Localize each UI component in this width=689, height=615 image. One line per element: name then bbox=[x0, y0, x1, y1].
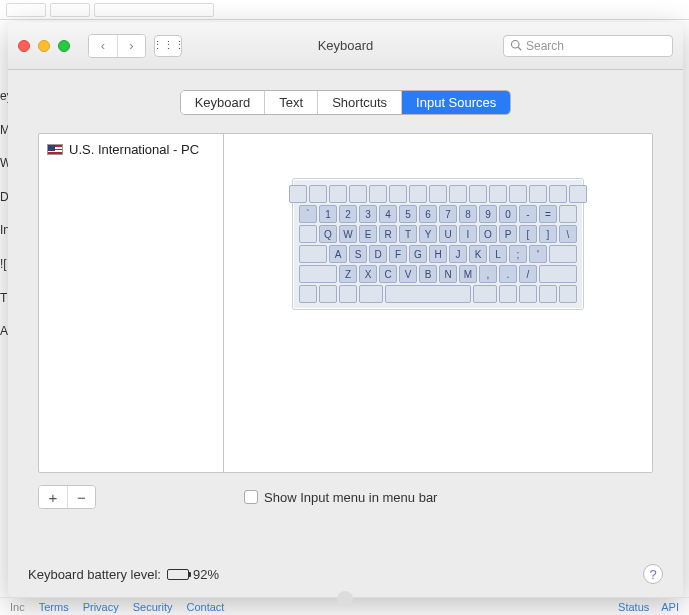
remove-source-button[interactable]: − bbox=[67, 486, 95, 508]
show-input-menu-checkbox[interactable]: Show Input menu in menu bar bbox=[244, 490, 437, 505]
checkbox-icon bbox=[244, 490, 258, 504]
forward-button[interactable]: › bbox=[117, 35, 145, 57]
chevron-left-icon: ‹ bbox=[101, 38, 105, 53]
source-label: U.S. International - PC bbox=[69, 142, 199, 157]
keyboard-diagram: `1234567890-= QWERTYUIOP[]\ ASDFGHJKL;' … bbox=[292, 178, 584, 310]
tabs: Keyboard Text Shortcuts Input Sources bbox=[38, 90, 653, 115]
tab-text[interactable]: Text bbox=[264, 91, 317, 114]
layout-preview: `1234567890-= QWERTYUIOP[]\ ASDFGHJKL;' … bbox=[224, 134, 652, 472]
source-item[interactable]: U.S. International - PC bbox=[39, 140, 223, 159]
input-sources-panel: U.S. International - PC `1234567890-= QW… bbox=[38, 133, 653, 473]
nav-back-forward: ‹ › bbox=[88, 34, 146, 58]
zoom-icon[interactable] bbox=[58, 40, 70, 52]
footer-link-status[interactable]: Status bbox=[618, 601, 649, 613]
svg-line-1 bbox=[518, 47, 521, 50]
us-flag-icon bbox=[47, 144, 63, 155]
checkbox-label: Show Input menu in menu bar bbox=[264, 490, 437, 505]
battery-icon bbox=[167, 569, 189, 580]
titlebar: ‹ › ⋮⋮⋮ Keyboard bbox=[8, 22, 683, 70]
battery-label: Keyboard battery level: bbox=[28, 567, 161, 582]
browser-tab-stub bbox=[94, 3, 214, 17]
grid-icon: ⋮⋮⋮ bbox=[152, 39, 185, 52]
preferences-window: ‹ › ⋮⋮⋮ Keyboard Keyboard Text Shortcuts… bbox=[8, 22, 683, 598]
battery-percent: 92% bbox=[193, 567, 219, 582]
search-input[interactable] bbox=[526, 39, 666, 53]
search-icon bbox=[510, 37, 522, 55]
tab-input-sources[interactable]: Input Sources bbox=[401, 91, 510, 114]
show-all-button[interactable]: ⋮⋮⋮ bbox=[154, 35, 182, 57]
footer-link-security[interactable]: Security bbox=[133, 601, 173, 613]
browser-toolbar bbox=[0, 0, 689, 20]
add-source-button[interactable]: + bbox=[39, 486, 67, 508]
add-remove-group: + − bbox=[38, 485, 96, 509]
svg-point-0 bbox=[512, 40, 520, 48]
close-icon[interactable] bbox=[18, 40, 30, 52]
help-button[interactable]: ? bbox=[643, 564, 663, 584]
footer-link-contact[interactable]: Contact bbox=[186, 601, 224, 613]
sources-list[interactable]: U.S. International - PC bbox=[39, 134, 224, 472]
browser-tab-stub bbox=[6, 3, 46, 17]
chevron-right-icon: › bbox=[129, 38, 133, 53]
footer: Keyboard battery level: 92% ? bbox=[28, 564, 663, 584]
back-button[interactable]: ‹ bbox=[89, 35, 117, 57]
page-footer: Inc Terms Privacy Security Contact Statu… bbox=[0, 597, 689, 615]
footer-link-privacy[interactable]: Privacy bbox=[83, 601, 119, 613]
footer-link-terms[interactable]: Terms bbox=[39, 601, 69, 613]
minimize-icon[interactable] bbox=[38, 40, 50, 52]
traffic-lights bbox=[18, 40, 70, 52]
footer-link-api[interactable]: API bbox=[661, 601, 679, 613]
browser-tab-stub bbox=[50, 3, 90, 17]
footer-text: Inc bbox=[10, 601, 25, 613]
tab-shortcuts[interactable]: Shortcuts bbox=[317, 91, 401, 114]
tab-keyboard[interactable]: Keyboard bbox=[181, 91, 265, 114]
search-field[interactable] bbox=[503, 35, 673, 57]
fn-row bbox=[299, 185, 577, 203]
